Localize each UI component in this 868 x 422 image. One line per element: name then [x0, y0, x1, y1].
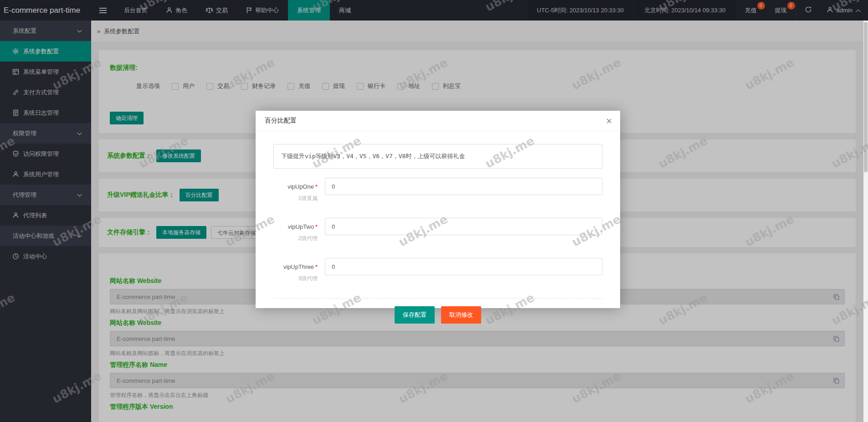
field-sublabel: 2级代理 — [273, 235, 318, 242]
field-sublabel: 3级代理 — [273, 275, 318, 283]
field-row-vipUpTwo: vipUpTwo* 2级代理 — [273, 218, 602, 242]
vipUpOne-input[interactable] — [325, 178, 602, 195]
field-row-vipUpThree: vipUpThree* 3级代理 — [273, 258, 602, 283]
modal-body: 下级提升vip等级到V3，V4，V5，V6，V7，V8时，上级可以获得礼金 vi… — [256, 131, 620, 324]
field-name: vipUpTwo — [288, 223, 314, 230]
modal-header: 百分比配置 — [256, 111, 620, 131]
modal-footer: 保存配置 取消修改 — [273, 298, 602, 324]
field-label-block: vipUpOne* 1级直属 — [273, 178, 325, 202]
vipUpTwo-input[interactable] — [325, 218, 602, 235]
modal-description: 下级提升vip等级到V3，V4，V5，V6，V7，V8时，上级可以获得礼金 — [273, 144, 602, 169]
field-sublabel: 1级直属 — [273, 195, 318, 202]
modal-title: 百分比配置 — [265, 117, 297, 125]
scrollbar-thumb[interactable] — [864, 22, 868, 172]
field-row-vipUpOne: vipUpOne* 1级直属 — [273, 178, 602, 202]
cancel-modify-button[interactable]: 取消修改 — [441, 306, 481, 324]
required-asterisk: * — [315, 223, 318, 230]
save-config-button[interactable]: 保存配置 — [395, 306, 435, 324]
percentage-config-modal: 百分比配置 × 下级提升vip等级到V3，V4，V5，V6，V7，V8时，上级可… — [256, 111, 620, 308]
field-name: vipUpThree — [283, 263, 314, 270]
required-asterisk: * — [315, 183, 318, 190]
vertical-scrollbar[interactable] — [863, 21, 868, 422]
field-label-block: vipUpThree* 3级代理 — [273, 258, 325, 283]
vipUpThree-input[interactable] — [325, 258, 602, 275]
field-name: vipUpOne — [288, 183, 314, 190]
required-asterisk: * — [315, 263, 318, 270]
close-icon[interactable]: × — [604, 114, 614, 128]
screen: E-commerce part-time 后台首页 角色 交易 帮助中心 系统管… — [0, 0, 868, 422]
field-label-block: vipUpTwo* 2级代理 — [273, 218, 325, 242]
